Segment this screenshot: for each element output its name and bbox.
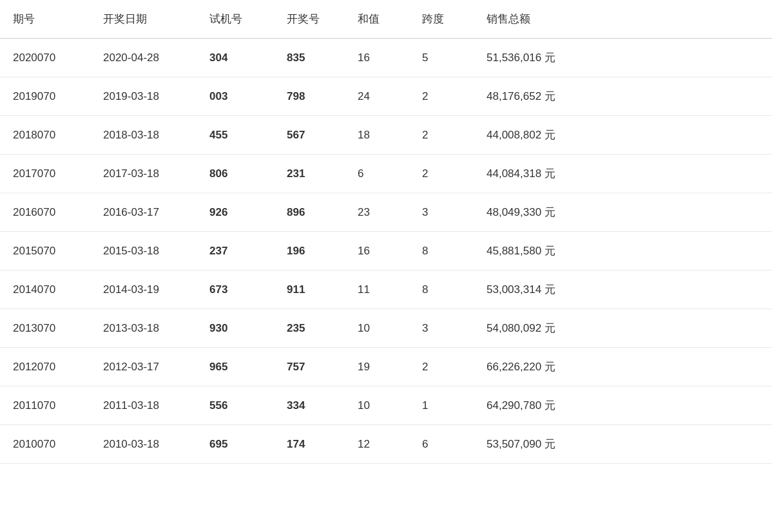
cell-qihao: 2017070 <box>0 155 90 193</box>
cell-date: 2010-03-18 <box>90 425 197 464</box>
cell-hezhi: 16 <box>345 39 409 77</box>
cell-hezhi: 23 <box>345 193 409 232</box>
cell-hezhi: 10 <box>345 386 409 425</box>
cell-shiji: 556 <box>197 386 274 425</box>
cell-kuadu: 5 <box>409 39 474 77</box>
cell-shiji: 237 <box>197 232 274 271</box>
header-qihao: 期号 <box>0 0 90 39</box>
table-row: 20190702019-03-1800379824248,176,652 元 <box>0 77 772 116</box>
cell-kuadu: 8 <box>409 232 474 271</box>
cell-hezhi: 10 <box>345 309 409 348</box>
cell-kaijang: 174 <box>274 425 345 464</box>
cell-xiaoshou: 44,008,802 元 <box>474 116 772 155</box>
cell-xiaoshou: 64,290,780 元 <box>474 386 772 425</box>
cell-kuadu: 1 <box>409 386 474 425</box>
cell-xiaoshou: 53,507,090 元 <box>474 425 772 464</box>
table-row: 20100702010-03-1869517412653,507,090 元 <box>0 425 772 464</box>
cell-qihao: 2018070 <box>0 116 90 155</box>
cell-xiaoshou: 66,226,220 元 <box>474 348 772 386</box>
cell-qihao: 2020070 <box>0 39 90 77</box>
cell-xiaoshou: 44,084,318 元 <box>474 155 772 193</box>
cell-xiaoshou: 54,080,092 元 <box>474 309 772 348</box>
cell-shiji: 930 <box>197 309 274 348</box>
table-row: 20150702015-03-1823719616845,881,580 元 <box>0 232 772 271</box>
header-hezhi: 和值 <box>345 0 409 39</box>
cell-date: 2016-03-17 <box>90 193 197 232</box>
cell-hezhi: 16 <box>345 232 409 271</box>
cell-hezhi: 18 <box>345 116 409 155</box>
cell-hezhi: 12 <box>345 425 409 464</box>
header-kuadu: 跨度 <box>409 0 474 39</box>
cell-kaijang: 911 <box>274 271 345 309</box>
cell-qihao: 2010070 <box>0 425 90 464</box>
cell-shiji: 304 <box>197 39 274 77</box>
cell-date: 2014-03-19 <box>90 271 197 309</box>
table-row: 20160702016-03-1792689623348,049,330 元 <box>0 193 772 232</box>
header-xiaoshou-zonge: 销售总额 <box>474 0 772 39</box>
cell-kuadu: 2 <box>409 155 474 193</box>
header-kaijianghao: 开奖号 <box>274 0 345 39</box>
cell-qihao: 2014070 <box>0 271 90 309</box>
cell-kaijang: 235 <box>274 309 345 348</box>
cell-shiji: 003 <box>197 77 274 116</box>
cell-shiji: 806 <box>197 155 274 193</box>
cell-date: 2018-03-18 <box>90 116 197 155</box>
cell-kaijang: 798 <box>274 77 345 116</box>
cell-xiaoshou: 53,003,314 元 <box>474 271 772 309</box>
cell-qihao: 2019070 <box>0 77 90 116</box>
cell-xiaoshou: 51,536,016 元 <box>474 39 772 77</box>
table-row: 20140702014-03-1967391111853,003,314 元 <box>0 271 772 309</box>
cell-hezhi: 11 <box>345 271 409 309</box>
cell-kaijang: 757 <box>274 348 345 386</box>
cell-qihao: 2011070 <box>0 386 90 425</box>
cell-date: 2012-03-17 <box>90 348 197 386</box>
cell-xiaoshou: 45,881,580 元 <box>474 232 772 271</box>
cell-shiji: 926 <box>197 193 274 232</box>
cell-date: 2015-03-18 <box>90 232 197 271</box>
cell-hezhi: 6 <box>345 155 409 193</box>
table-row: 20180702018-03-1845556718244,008,802 元 <box>0 116 772 155</box>
cell-hezhi: 19 <box>345 348 409 386</box>
table-row: 20170702017-03-188062316244,084,318 元 <box>0 155 772 193</box>
cell-hezhi: 24 <box>345 77 409 116</box>
cell-qihao: 2012070 <box>0 348 90 386</box>
table-row: 20200702020-04-2830483516551,536,016 元 <box>0 39 772 77</box>
cell-kuadu: 6 <box>409 425 474 464</box>
cell-xiaoshou: 48,049,330 元 <box>474 193 772 232</box>
cell-date: 2011-03-18 <box>90 386 197 425</box>
cell-date: 2013-03-18 <box>90 309 197 348</box>
cell-kaijang: 196 <box>274 232 345 271</box>
table-header-row: 期号 开奖日期 试机号 开奖号 和值 跨度 销售总额 <box>0 0 772 39</box>
header-kaijiang-riqi: 开奖日期 <box>90 0 197 39</box>
cell-kuadu: 2 <box>409 116 474 155</box>
cell-date: 2017-03-18 <box>90 155 197 193</box>
header-shiji-hao: 试机号 <box>197 0 274 39</box>
cell-kuadu: 2 <box>409 77 474 116</box>
cell-qihao: 2016070 <box>0 193 90 232</box>
table-row: 20110702011-03-1855633410164,290,780 元 <box>0 386 772 425</box>
cell-qihao: 2015070 <box>0 232 90 271</box>
cell-qihao: 2013070 <box>0 309 90 348</box>
main-container: 期号 开奖日期 试机号 开奖号 和值 跨度 销售总额 20200702020-0… <box>0 0 772 532</box>
cell-kaijang: 334 <box>274 386 345 425</box>
cell-shiji: 695 <box>197 425 274 464</box>
cell-kuadu: 2 <box>409 348 474 386</box>
cell-kuadu: 3 <box>409 309 474 348</box>
cell-kaijang: 896 <box>274 193 345 232</box>
cell-kuadu: 3 <box>409 193 474 232</box>
table-row: 20120702012-03-1796575719266,226,220 元 <box>0 348 772 386</box>
cell-kaijang: 567 <box>274 116 345 155</box>
cell-shiji: 673 <box>197 271 274 309</box>
cell-date: 2020-04-28 <box>90 39 197 77</box>
cell-kaijang: 231 <box>274 155 345 193</box>
cell-shiji: 965 <box>197 348 274 386</box>
lottery-table: 期号 开奖日期 试机号 开奖号 和值 跨度 销售总额 20200702020-0… <box>0 0 772 464</box>
cell-kaijang: 835 <box>274 39 345 77</box>
cell-xiaoshou: 48,176,652 元 <box>474 77 772 116</box>
cell-kuadu: 8 <box>409 271 474 309</box>
cell-shiji: 455 <box>197 116 274 155</box>
table-row: 20130702013-03-1893023510354,080,092 元 <box>0 309 772 348</box>
cell-date: 2019-03-18 <box>90 77 197 116</box>
